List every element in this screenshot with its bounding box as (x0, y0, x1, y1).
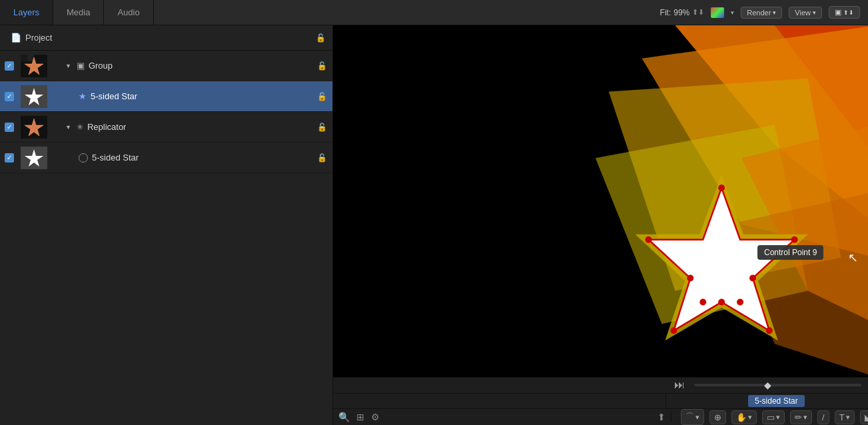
bezier-chevron: ▾ (695, 413, 699, 422)
star1-icon: ★ (79, 91, 87, 101)
canvas-area: Control Point 9 ↖ ⏭ ◆ ⏮ (333, 25, 868, 425)
tool-bezier[interactable]: ⌒ ▾ (681, 409, 704, 425)
search-icon[interactable]: 🔍 (338, 412, 350, 422)
playhead-indicator: ◆ (764, 380, 771, 390)
layer-content-group: ▼ ▣ Group (52, 61, 317, 71)
layer-list: ✓ ▼ ▣ Grou (0, 51, 332, 425)
group-triangle[interactable]: ▼ (65, 63, 71, 69)
thumb-group-svg (21, 55, 47, 77)
star2-circle-icon (79, 153, 88, 163)
layer-row-star-selected[interactable]: ✓ ★ 5-sided Star 🔓 (0, 81, 332, 112)
bottom-area: ⏭ ◆ ⏮ 5-sided Star 🔍 (333, 377, 868, 425)
layout-chevron: ⬆⬇ (843, 9, 854, 16)
transform-icon: ⊕ (714, 412, 721, 422)
tool-rect[interactable]: ▭ ▾ (762, 410, 785, 424)
thumb-star2 (19, 145, 49, 171)
rect-icon: ▭ (767, 412, 775, 422)
star2-label: 5-sided Star (92, 153, 139, 163)
top-bar-right: Fit: 99% ⬆⬇ ▾ Render ▾ View ▾ ▣ ⬆⬇ (660, 6, 868, 19)
hand-icon: ✋ (736, 412, 747, 422)
tool-shape[interactable]: ◣ ▾ (860, 410, 868, 424)
svg-point-31 (687, 275, 693, 282)
layout-icon: ▣ (835, 8, 841, 17)
checkbox-star1-box: ✓ (5, 92, 14, 101)
layer-row-replicator[interactable]: ✓ ▼ ✳ Replicator 🔓 (0, 112, 332, 143)
group-icon: ▣ (77, 61, 85, 71)
tl-right: ⏭ ◆ ⏮ (666, 379, 868, 391)
replicator-lock-icon[interactable]: 🔓 (317, 123, 327, 132)
tab-layers-label: Layers (13, 7, 39, 17)
tl-selected-label: 5-sided Star (748, 395, 805, 407)
svg-point-23 (718, 185, 725, 191)
svg-point-25 (749, 275, 756, 282)
thumb-replicator-svg (21, 116, 47, 139)
fit-stepper[interactable]: ⬆⬇ (692, 8, 704, 17)
layer-content-star2: 5-sided Star (52, 153, 317, 163)
paint-icon: ✏ (795, 412, 802, 422)
tool-transform[interactable]: ⊕ (709, 410, 726, 424)
checkbox-star2-box: ✓ (5, 153, 14, 163)
timeline-row: ⏭ ◆ ⏮ (333, 378, 868, 394)
pen-icon: / (822, 412, 825, 422)
text-chevron: ▾ (846, 413, 850, 422)
tab-layers[interactable]: Layers (0, 0, 53, 25)
tool-text[interactable]: T ▾ (835, 410, 855, 424)
checkbox-group[interactable]: ✓ (0, 61, 19, 71)
star1-label: 5-sided Star (91, 91, 137, 101)
paint-chevron: ▾ (803, 413, 807, 422)
main: 📄 Project 🔓 ✓ (0, 25, 868, 425)
top-bar: Layers Media Audio Fit: 99% ⬆⬇ ▾ Render … (0, 0, 868, 25)
checkbox-star2[interactable]: ✓ (0, 153, 19, 163)
bt-left: 🔍 ⊞ ⚙ ⬆ (338, 412, 671, 422)
tab-audio[interactable]: Audio (104, 0, 153, 25)
view-chevron: ▾ (813, 9, 816, 16)
canvas-viewport[interactable]: Control Point 9 ↖ (333, 25, 868, 377)
left-panel: 📄 Project 🔓 ✓ (0, 25, 333, 425)
replicator-label: Replicator (87, 122, 127, 132)
render-button[interactable]: Render ▾ (741, 7, 782, 19)
fit-value: 99% (673, 8, 689, 17)
layer-content-replicator: ▼ ✳ Replicator (52, 122, 317, 132)
color-swatch[interactable] (711, 7, 724, 18)
layout-button[interactable]: ▣ ⬆⬇ (829, 6, 860, 19)
svg-point-28 (718, 298, 725, 305)
settings-icon[interactable]: ⚙ (371, 412, 380, 422)
project-row: 📄 Project 🔓 (0, 25, 332, 51)
rect-chevron: ▾ (776, 413, 780, 422)
label-bar: 5-sided Star (333, 394, 868, 410)
hand-chevron: ▾ (748, 413, 752, 422)
layer-content-star1: ★ 5-sided Star (52, 91, 317, 101)
svg-point-29 (699, 298, 706, 305)
bottom-toolbar: 🔍 ⊞ ⚙ ⬆ ⌒ ▾ ⊕ ✋ (333, 409, 868, 425)
text-icon: T (839, 412, 845, 422)
panel-icon[interactable]: ⊞ (356, 412, 364, 422)
view-button[interactable]: View ▾ (789, 7, 822, 19)
export-icon[interactable]: ⬆ (657, 412, 665, 422)
chevron-down-icon[interactable]: ▾ (731, 9, 734, 16)
tool-hand[interactable]: ✋ ▾ (731, 410, 757, 424)
group-lock-icon[interactable]: 🔓 (317, 61, 327, 71)
layer-row-group[interactable]: ✓ ▼ ▣ Grou (0, 51, 332, 81)
star1-lock-icon[interactable]: 🔓 (317, 92, 327, 101)
star2-lock-icon[interactable]: 🔓 (317, 153, 327, 163)
svg-point-24 (791, 236, 798, 243)
tool-paint[interactable]: ✏ ▾ (790, 410, 812, 424)
view-label: View (795, 9, 811, 17)
checkbox-star1[interactable]: ✓ (0, 92, 19, 101)
bezier-icon: ⌒ (685, 411, 694, 423)
render-chevron: ▾ (773, 9, 776, 16)
checkbox-replicator-box: ✓ (5, 123, 14, 132)
bt-right: ⌒ ▾ ⊕ ✋ ▾ ▭ ▾ (674, 409, 868, 425)
thumb-star1-svg (21, 85, 47, 108)
svg-point-32 (646, 236, 652, 243)
layer-row-star2[interactable]: ✓ 5-sided Star 🔓 (0, 143, 332, 173)
project-lock-icon[interactable]: 🔓 (316, 33, 326, 43)
replicator-triangle[interactable]: ▼ (65, 124, 71, 131)
canvas-svg (333, 25, 868, 377)
fit-control: Fit: 99% ⬆⬇ (660, 8, 705, 17)
tab-media[interactable]: Media (53, 0, 104, 25)
svg-rect-1 (21, 55, 27, 61)
checkbox-replicator[interactable]: ✓ (0, 123, 19, 132)
playhead-start-icon[interactable]: ⏭ (674, 379, 685, 391)
tool-pen[interactable]: / (817, 410, 829, 424)
